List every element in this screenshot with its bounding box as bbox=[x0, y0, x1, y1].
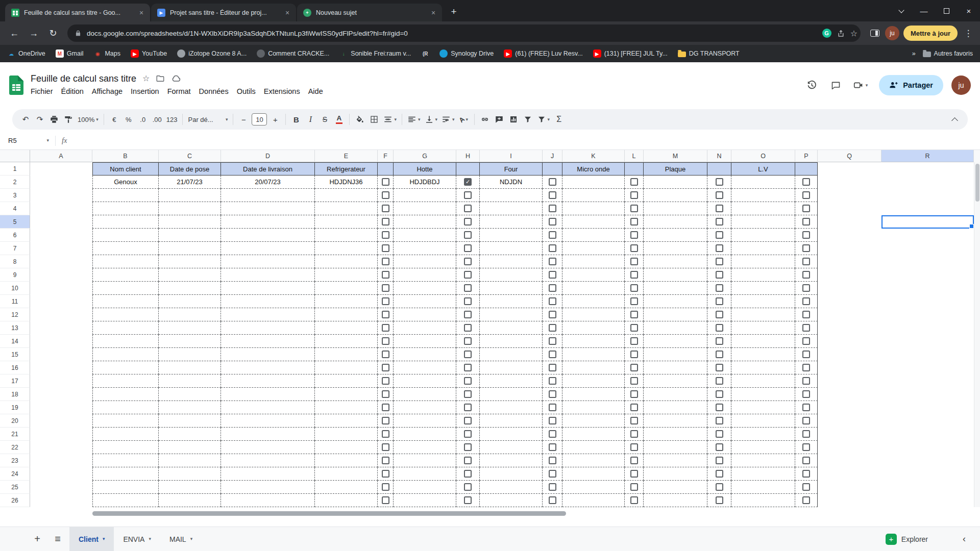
bookmark-131-free-jul-ty[interactable]: ▶(131) [FREE] JUL Ty... bbox=[593, 49, 668, 58]
cell-E15[interactable] bbox=[315, 348, 378, 361]
cell-P21[interactable] bbox=[795, 428, 818, 441]
checkbox-H25[interactable] bbox=[464, 483, 472, 491]
column-header-E[interactable]: E bbox=[315, 150, 378, 162]
checkbox-L20[interactable] bbox=[630, 417, 638, 424]
checkbox-P10[interactable] bbox=[802, 284, 810, 292]
cell-R19[interactable] bbox=[881, 401, 974, 414]
undo-icon[interactable]: ↶ bbox=[18, 112, 33, 127]
cell-N20[interactable] bbox=[707, 414, 731, 428]
cell-N10[interactable] bbox=[707, 282, 731, 295]
comments-icon[interactable] bbox=[825, 74, 847, 96]
cell-D24[interactable] bbox=[221, 467, 315, 481]
cell-E13[interactable] bbox=[315, 321, 378, 335]
cell-E2[interactable]: HDJDNJ36 bbox=[315, 176, 378, 189]
cell-I3[interactable] bbox=[480, 189, 543, 202]
cell-G5[interactable] bbox=[394, 215, 456, 229]
cell-R14[interactable] bbox=[881, 335, 974, 348]
cell-E3[interactable] bbox=[315, 189, 378, 202]
cell-J17[interactable] bbox=[543, 374, 562, 388]
cell-C10[interactable] bbox=[159, 282, 221, 295]
checkbox-H16[interactable] bbox=[464, 364, 472, 371]
cell-M16[interactable] bbox=[644, 361, 707, 374]
cell-K21[interactable] bbox=[562, 428, 625, 441]
cell-E22[interactable] bbox=[315, 441, 378, 454]
cell-A15[interactable] bbox=[30, 348, 92, 361]
column-header-H[interactable]: H bbox=[456, 150, 480, 162]
cell-F22[interactable] bbox=[378, 441, 394, 454]
cell-C7[interactable] bbox=[159, 242, 221, 255]
cell-R12[interactable] bbox=[881, 308, 974, 321]
cell-P16[interactable] bbox=[795, 361, 818, 374]
name-box[interactable]: R5 ▾ bbox=[8, 137, 49, 144]
checkbox-H13[interactable] bbox=[464, 324, 472, 332]
row-header-8[interactable]: 8 bbox=[0, 255, 30, 268]
cell-K8[interactable] bbox=[562, 255, 625, 268]
cell-N12[interactable] bbox=[707, 308, 731, 321]
cell-R25[interactable] bbox=[881, 481, 974, 494]
row-header-2[interactable]: 2 bbox=[0, 176, 30, 189]
checkbox-P5[interactable] bbox=[802, 218, 810, 226]
print-icon[interactable] bbox=[47, 112, 61, 127]
cell-Q12[interactable] bbox=[818, 308, 881, 321]
cell-A21[interactable] bbox=[30, 428, 92, 441]
cell-R24[interactable] bbox=[881, 467, 974, 481]
cell-H10[interactable] bbox=[456, 282, 480, 295]
checkbox-P24[interactable] bbox=[802, 470, 810, 478]
cell-O26[interactable] bbox=[731, 494, 795, 507]
cell-L13[interactable] bbox=[625, 321, 644, 335]
cell-K4[interactable] bbox=[562, 202, 625, 215]
checkbox-L25[interactable] bbox=[630, 483, 638, 491]
cell-L24[interactable] bbox=[625, 467, 644, 481]
checkbox-L9[interactable] bbox=[630, 271, 638, 279]
cell-K19[interactable] bbox=[562, 401, 625, 414]
cell-K12[interactable] bbox=[562, 308, 625, 321]
cell-J22[interactable] bbox=[543, 441, 562, 454]
cell-B19[interactable] bbox=[92, 401, 159, 414]
cell-N13[interactable] bbox=[707, 321, 731, 335]
cell-D7[interactable] bbox=[221, 242, 315, 255]
menu-insertion[interactable]: Insertion bbox=[127, 85, 163, 97]
cell-G18[interactable] bbox=[394, 388, 456, 401]
cell-P26[interactable] bbox=[795, 494, 818, 507]
cell-C16[interactable] bbox=[159, 361, 221, 374]
cell-I15[interactable] bbox=[480, 348, 543, 361]
cell-L9[interactable] bbox=[625, 268, 644, 282]
row-header-21[interactable]: 21 bbox=[0, 428, 30, 441]
fill-color-icon[interactable] bbox=[353, 112, 367, 127]
cell-K5[interactable] bbox=[562, 215, 625, 229]
checkbox-J21[interactable] bbox=[549, 430, 556, 438]
cell-Q8[interactable] bbox=[818, 255, 881, 268]
checkbox-N19[interactable] bbox=[716, 404, 723, 411]
cell-K23[interactable] bbox=[562, 454, 625, 467]
cell-M22[interactable] bbox=[644, 441, 707, 454]
cell-N14[interactable] bbox=[707, 335, 731, 348]
cell-L21[interactable] bbox=[625, 428, 644, 441]
cell-G11[interactable] bbox=[394, 295, 456, 308]
cell-I24[interactable] bbox=[480, 467, 543, 481]
cell-E24[interactable] bbox=[315, 467, 378, 481]
checkbox-F25[interactable] bbox=[382, 483, 389, 491]
checkbox-L26[interactable] bbox=[630, 496, 638, 504]
checkbox-L13[interactable] bbox=[630, 324, 638, 332]
checkbox-H10[interactable] bbox=[464, 284, 472, 292]
cell-F15[interactable] bbox=[378, 348, 394, 361]
cell-J18[interactable] bbox=[543, 388, 562, 401]
checkbox-J24[interactable] bbox=[549, 470, 556, 478]
bookmark-star-icon[interactable]: ☆ bbox=[850, 29, 857, 38]
row-header-20[interactable]: 20 bbox=[0, 414, 30, 428]
cell-G23[interactable] bbox=[394, 454, 456, 467]
cell-N8[interactable] bbox=[707, 255, 731, 268]
cell-E6[interactable] bbox=[315, 229, 378, 242]
cell-Q14[interactable] bbox=[818, 335, 881, 348]
cell-P17[interactable] bbox=[795, 374, 818, 388]
cell-B16[interactable] bbox=[92, 361, 159, 374]
cell-G10[interactable] bbox=[394, 282, 456, 295]
cell-P25[interactable] bbox=[795, 481, 818, 494]
cell-Q7[interactable] bbox=[818, 242, 881, 255]
cell-L8[interactable] bbox=[625, 255, 644, 268]
row-header-1[interactable]: 1 bbox=[0, 162, 30, 176]
cell-R5[interactable] bbox=[881, 215, 974, 229]
checkbox-F5[interactable] bbox=[382, 218, 389, 226]
cell-I1[interactable]: Four bbox=[480, 162, 543, 176]
cell-O22[interactable] bbox=[731, 441, 795, 454]
